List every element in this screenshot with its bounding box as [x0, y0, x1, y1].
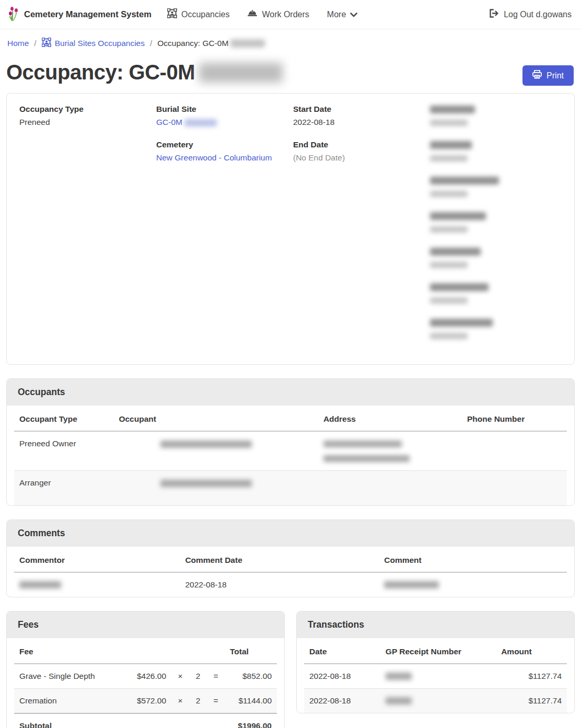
comments-table: Commentor Comment Date Comment 2022-08-1… [14, 547, 567, 597]
subtotal-value: $1996.00 [225, 713, 277, 728]
redacted-value [430, 297, 468, 304]
occupant-type-cell: Arranger [14, 471, 113, 505]
nav-item-occupancies[interactable]: Occupancies [167, 8, 230, 20]
cemetery-link[interactable]: New Greenwood - Columbarium [156, 153, 272, 162]
breadcrumb-separator: / [150, 39, 152, 48]
redacted-value [430, 120, 468, 126]
occupant-phone-cell [462, 431, 567, 471]
comment-cell [379, 572, 567, 597]
comments-header-comment: Comment [379, 547, 567, 572]
end-date-label: End Date [293, 140, 425, 149]
comments-card-title: Comments [7, 520, 574, 547]
fee-qty-cell: 2 [189, 688, 207, 713]
redacted-value [430, 226, 468, 233]
fees-subtotal-row: Subtotal $1996.00 [14, 713, 277, 728]
bottom-cards-row: Fees Fee Total Grave - Single Depth $426… [6, 611, 575, 728]
details-column-4-redacted [430, 105, 562, 353]
occupant-name-cell [113, 471, 318, 505]
fee-name-cell: Grave - Single Depth [14, 664, 123, 689]
occupancy-frame-icon-blue [42, 38, 51, 49]
redacted-value [430, 191, 468, 197]
transaction-amount-cell: $1127.74 [496, 664, 567, 689]
redacted-label [430, 319, 493, 327]
occupants-card: Occupants Occupant Type Occupant Address… [6, 378, 575, 506]
print-button-label: Print [547, 71, 564, 80]
occupant-type-cell: Preneed Owner [14, 431, 113, 471]
occupancy-details-card: Occupancy Type Preneed Burial Site GC-0M… [6, 93, 575, 365]
fee-name-cell: Cremation [14, 688, 123, 713]
fees-header-total: Total [225, 638, 277, 664]
page-header: Occupancy: GC-0M Print [0, 56, 581, 93]
occupants-table: Occupant Type Occupant Address Phone Num… [14, 406, 567, 505]
breadcrumb-home-link[interactable]: Home [7, 39, 29, 48]
redacted-text [386, 697, 412, 704]
start-date-value: 2022-08-18 [293, 118, 425, 127]
logout-icon [489, 9, 499, 20]
occupancy-type-label: Occupancy Type [19, 105, 151, 114]
app-brand[interactable]: Cemetery Management System [7, 6, 152, 24]
printer-icon [532, 70, 542, 81]
fee-row: Cremation $572.00 × 2 = $1144.00 [14, 688, 277, 713]
redacted-value [430, 155, 468, 161]
transaction-date-cell: 2022-08-18 [304, 664, 380, 689]
nav-item-label: Occupancies [181, 10, 230, 19]
transaction-amount-cell: $1127.74 [496, 688, 567, 713]
redacted-value [430, 262, 468, 268]
nav-item-label: Work Orders [262, 10, 309, 19]
transaction-date-cell: 2022-08-18 [304, 688, 380, 713]
nav-item-work-orders[interactable]: Work Orders [247, 9, 309, 20]
tulip-logo-icon [7, 6, 20, 24]
redacted-text [386, 673, 412, 680]
fee-times-cell: × [171, 664, 189, 689]
redacted-text [230, 39, 265, 48]
redacted-label [430, 106, 475, 113]
fee-row: Grave - Single Depth $426.00 × 2 = $852.… [14, 664, 277, 689]
redacted-text [323, 455, 410, 462]
fee-total-cell: $852.00 [225, 664, 277, 689]
occupant-phone-cell [462, 471, 567, 505]
fee-times-cell: × [171, 688, 189, 713]
cemetery-label: Cemetery [156, 140, 288, 149]
transaction-receipt-cell [380, 688, 496, 713]
fees-header-fee: Fee [14, 638, 123, 664]
comment-date-cell: 2022-08-18 [180, 572, 379, 597]
start-date-label: Start Date [293, 105, 425, 114]
redacted-label [430, 283, 489, 291]
breadcrumb-current: Occupancy: GC-0M [157, 39, 265, 48]
details-column-1: Occupancy Type Preneed [19, 105, 151, 353]
print-button[interactable]: Print [522, 65, 574, 86]
redacted-label [430, 141, 472, 149]
occupants-header-occupant: Occupant [113, 406, 318, 431]
comment-row: 2022-08-18 [14, 572, 567, 597]
transaction-receipt-cell [380, 664, 496, 689]
transaction-row: 2022-08-18 $1127.74 [304, 664, 567, 689]
hard-hat-icon [247, 9, 258, 20]
logout-button[interactable]: Log Out d.gowans [489, 9, 572, 20]
redacted-text [323, 441, 402, 447]
transactions-header-amount: Amount [496, 638, 567, 664]
redacted-text [160, 480, 252, 487]
subtotal-label: Subtotal [14, 713, 123, 728]
logout-label: Log Out d.gowans [504, 10, 572, 19]
nav-item-more[interactable]: More [327, 10, 357, 19]
nav-item-label: More [327, 10, 346, 19]
occupant-address-cell [318, 431, 462, 471]
commentor-cell [14, 572, 180, 597]
burial-site-link[interactable]: GC-0M [156, 118, 182, 126]
breadcrumb-occupancies-link[interactable]: Burial Sites Occupancies [42, 38, 145, 49]
details-column-3: Start Date 2022-08-18 End Date (No End D… [293, 105, 425, 353]
transactions-table: Date GP Receipt Number Amount 2022-08-18… [304, 638, 567, 713]
redacted-text [184, 119, 217, 126]
fees-card: Fees Fee Total Grave - Single Depth $426… [6, 611, 285, 728]
breadcrumb-separator: / [34, 39, 36, 48]
breadcrumb-occupancies-label: Burial Sites Occupancies [55, 39, 145, 48]
redacted-value [430, 333, 468, 339]
transactions-header-receipt: GP Receipt Number [380, 638, 496, 664]
fee-qty-cell: 2 [189, 664, 207, 689]
chevron-down-icon [350, 10, 357, 19]
top-navbar: Cemetery Management System Occupancies W [0, 0, 581, 29]
occupant-name-cell [113, 431, 318, 471]
burial-site-label: Burial Site [156, 105, 288, 114]
fees-table: Fee Total Grave - Single Depth $426.00 ×… [14, 638, 277, 728]
end-date-value: (No End Date) [293, 153, 425, 163]
